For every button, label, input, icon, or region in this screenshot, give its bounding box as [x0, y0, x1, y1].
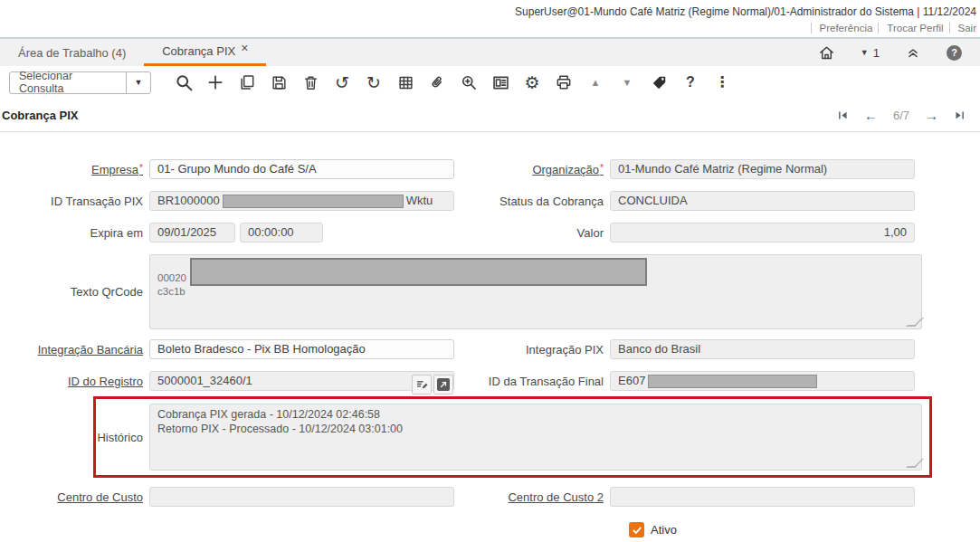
collapse-all-button[interactable]: [901, 41, 925, 64]
centro-custo-2-field: [610, 487, 915, 507]
delete-button[interactable]: [299, 71, 322, 94]
status-cobranca-label: Status da Cobrança: [454, 195, 610, 208]
redaction-block: [648, 375, 817, 388]
form-body: Empresa 01- Grupo Mundo do Café S/A Orga…: [0, 132, 980, 537]
chevron-down-icon[interactable]: ▼: [126, 72, 150, 93]
tab-workspace[interactable]: Área de Trabalho (4): [0, 39, 144, 66]
switch-profile-link[interactable]: Trocar Perfil: [878, 23, 948, 33]
query-select-value: Selecionar Consulta: [10, 70, 126, 95]
add-button[interactable]: [204, 71, 227, 94]
last-record-button[interactable]: [954, 109, 966, 121]
status-cobranca-field: CONCLUIDA: [610, 191, 915, 211]
integracao-pix-label: Integração PIX: [454, 343, 610, 357]
undo-icon: ↺: [335, 74, 349, 91]
plus-icon: [206, 73, 224, 91]
collapse-panel-button[interactable]: ▲: [584, 71, 607, 94]
grid-icon: [397, 74, 414, 91]
texto-qrcode-visible-text: 00020 c3c1b: [157, 272, 186, 297]
integracao-bancaria-label[interactable]: Integração Bancária: [0, 343, 149, 357]
empresa-label[interactable]: Empresa: [0, 163, 149, 176]
integracao-bancaria-field[interactable]: Boleto Bradesco - Pix BB Homologação: [149, 339, 454, 359]
row-idtransacao-status: ID Transação PIX BR1000000 Wktu Status d…: [0, 191, 980, 211]
checkmark-icon: [632, 525, 642, 536]
tab-cobranca-pix-label: Cobrança PIX: [162, 44, 235, 58]
edit-note-button[interactable]: [412, 375, 432, 395]
close-tab-icon[interactable]: ×: [241, 42, 248, 54]
row-ids: ID do Registro 5000001_32460/1 ID da Tra…: [0, 371, 980, 391]
user-session-info: SuperUser@01-Mundo Café Matriz (Regime N…: [0, 5, 976, 18]
top-header: SuperUser@01-Mundo Café Matriz (Regime N…: [0, 0, 980, 37]
chevron-down-icon: ▼: [861, 48, 869, 57]
undo-button[interactable]: ↺: [330, 71, 354, 94]
previous-record-button[interactable]: ←: [864, 108, 878, 123]
id-transacao-pix-prefix: BR1000000: [157, 192, 220, 210]
id-transacao-final-label: ID da Transação Final: [454, 375, 610, 388]
settings-button[interactable]: ⚙: [520, 71, 544, 94]
tag-icon: [651, 74, 668, 91]
ativo-checkbox[interactable]: [629, 522, 644, 537]
row-integracoes: Integração Bancária Boleto Bradesco - Pi…: [0, 339, 980, 359]
triangle-up-icon: ▲: [591, 78, 601, 88]
redaction-block: [223, 195, 404, 208]
print-button[interactable]: [552, 71, 576, 94]
page-title: Cobrança PIX: [2, 109, 79, 122]
attachment-button[interactable]: [425, 71, 449, 94]
tag-button[interactable]: [647, 71, 671, 94]
home-button[interactable]: [815, 41, 839, 64]
tab-cobranca-pix[interactable]: Cobrança PIX ×: [144, 39, 266, 66]
home-icon: [818, 44, 835, 62]
texto-qrcode-field[interactable]: 00020 c3c1b: [149, 254, 922, 329]
id-transacao-pix-field: BR1000000 Wktu: [149, 191, 454, 211]
id-registro-label[interactable]: ID do Registro: [0, 375, 149, 388]
centro-custo-label[interactable]: Centro de Custo: [0, 490, 149, 504]
centro-custo-2-label[interactable]: Centro de Custo 2: [454, 490, 610, 504]
refresh-button[interactable]: ↻: [362, 71, 385, 94]
more-options-button[interactable]: ⋮: [710, 71, 734, 94]
id-transacao-final-field: E607: [610, 371, 915, 391]
paperclip-icon: [428, 73, 446, 91]
form-header: Cobrança PIX ← 6/7 →: [0, 99, 980, 132]
tab-workspace-label: Área de Trabalho (4): [18, 46, 126, 60]
empresa-field[interactable]: 01- Grupo Mundo do Café S/A: [149, 159, 454, 179]
record-pager: ← 6/7 →: [837, 108, 966, 123]
historico-field[interactable]: Cobrança PIX gerada - 10/12/2024 02:46:5…: [149, 404, 922, 471]
copy-button[interactable]: [235, 71, 259, 94]
zoom-in-icon: [460, 73, 478, 91]
copy-icon: [238, 73, 256, 91]
redaction-block: [190, 258, 647, 286]
row-historico: Histórico Cobrança PIX gerada - 10/12/20…: [0, 396, 980, 478]
valor-field: 1,00: [610, 223, 915, 242]
first-record-button[interactable]: [837, 109, 849, 121]
double-chevron-up-icon: [905, 44, 921, 61]
question-mark-icon: ?: [686, 75, 695, 90]
help-button[interactable]: ?: [947, 45, 962, 61]
card-view-button[interactable]: [489, 71, 512, 94]
help-icon: ?: [951, 47, 957, 58]
expand-panel-button[interactable]: ▼: [615, 71, 639, 94]
query-select[interactable]: Selecionar Consulta ▼: [9, 71, 151, 94]
save-button[interactable]: [267, 71, 290, 94]
expira-em-date-field: 09/01/2025: [149, 223, 235, 242]
trash-icon: [302, 74, 319, 91]
organizacao-label[interactable]: Organização: [454, 163, 610, 176]
id-transacao-final-prefix: E607: [618, 372, 645, 390]
zoom-record-button[interactable]: [457, 71, 480, 94]
gear-icon: ⚙: [524, 74, 539, 91]
open-link-button[interactable]: [433, 375, 453, 395]
tab-bar: Área de Trabalho (4) Cobrança PIX × ▼ 1 …: [0, 37, 980, 66]
logout-link[interactable]: Sair: [949, 23, 976, 33]
row-centros-custo: Centro de Custo Centro de Custo 2: [0, 487, 980, 507]
grid-view-button[interactable]: [394, 71, 417, 94]
row-texto-qrcode: Texto QrCode 00020 c3c1b: [0, 254, 980, 329]
printer-icon: [555, 73, 573, 91]
id-registro-actions: [412, 375, 453, 395]
row-expira-valor: Expira em 09/01/2025 00:00:00 Valor 1,00: [0, 223, 980, 242]
search-button[interactable]: [172, 71, 195, 94]
preferences-link[interactable]: Preferência: [811, 23, 879, 33]
valor-label: Valor: [454, 226, 610, 240]
toolbar-help-button[interactable]: ?: [679, 71, 702, 94]
header-links: PreferênciaTrocar PerfilSair: [0, 23, 976, 37]
id-transacao-pix-label: ID Transação PIX: [0, 195, 149, 208]
window-selector[interactable]: ▼ 1: [861, 46, 880, 60]
next-record-button[interactable]: →: [925, 108, 938, 123]
